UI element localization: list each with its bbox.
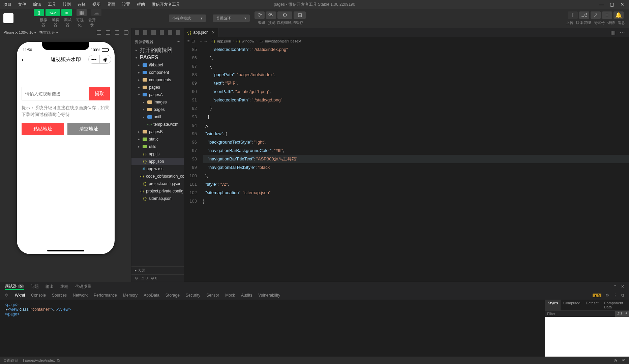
- details-button[interactable]: ≡: [602, 11, 612, 19]
- status-icon-2[interactable]: 👁: [622, 358, 626, 363]
- outline-section[interactable]: ▸ 大纲: [131, 266, 184, 274]
- menu-工具[interactable]: 工具: [44, 2, 59, 7]
- tree-template.wxml[interactable]: <>template.wxml: [131, 121, 184, 128]
- tree-pages[interactable]: ▸pages: [131, 84, 184, 91]
- sttab-Component Data[interactable]: Component Data: [601, 300, 626, 310]
- explorer-icon-2[interactable]: [143, 30, 148, 35]
- tree-app.js[interactable]: {}app.js: [131, 150, 184, 158]
- status-page-path[interactable]: pages/video/index: [25, 358, 55, 362]
- sim-act-4[interactable]: [124, 30, 128, 35]
- copy-icon[interactable]: ⧉: [57, 358, 60, 363]
- tree-project.config.json[interactable]: {}project.config.json: [131, 180, 184, 187]
- btab-调试器[interactable]: 调试器 5: [5, 283, 24, 290]
- url-input[interactable]: [22, 87, 89, 100]
- visual-button[interactable]: ▦: [77, 9, 87, 16]
- sim-act-1[interactable]: [97, 30, 101, 35]
- upload-button[interactable]: ⬆: [568, 11, 578, 19]
- device-select[interactable]: iPhone X 100% 16 ▾: [3, 30, 36, 34]
- panel-close-icon[interactable]: ✕: [621, 284, 624, 289]
- dev-Sensor[interactable]: Sensor: [206, 293, 219, 298]
- breadcrumb[interactable]: ≡☐← → { }app.json› { }window› ▭navigatio…: [184, 37, 629, 45]
- notify-button[interactable]: 🔔: [613, 11, 624, 19]
- compile-button[interactable]: ⟳: [254, 11, 265, 19]
- preview-button[interactable]: 👁: [266, 11, 276, 19]
- dev-Console[interactable]: Console: [31, 293, 46, 298]
- debugger-button[interactable]: ≡: [61, 9, 72, 16]
- editor-tab[interactable]: { }app.json×: [184, 28, 218, 37]
- dev-Memory[interactable]: Memory: [123, 293, 138, 298]
- explorer-more-icon[interactable]: ⋯: [177, 40, 180, 44]
- cloud-button[interactable]: ☁: [91, 9, 101, 16]
- maximize-icon[interactable]: ▢: [610, 2, 614, 7]
- test-id-button[interactable]: ↗: [591, 11, 601, 19]
- styles-more-icon[interactable]: »: [626, 300, 629, 310]
- dev-Audits[interactable]: Audits: [241, 293, 252, 298]
- menu-编辑[interactable]: 编辑: [30, 2, 44, 7]
- tree-pagesB[interactable]: ▸pagesB: [131, 128, 184, 135]
- menu-转到[interactable]: 转到: [59, 2, 74, 7]
- clear-button[interactable]: 清空地址: [67, 123, 110, 135]
- menu-视图[interactable]: 视图: [89, 2, 104, 7]
- dev-Performance[interactable]: Performance: [94, 293, 117, 298]
- real-debug-button[interactable]: ⚙: [277, 11, 292, 19]
- menu-设置[interactable]: 设置: [119, 2, 133, 7]
- btab-问题[interactable]: 问题: [31, 284, 39, 290]
- dev-Mock[interactable]: Mock: [225, 293, 235, 298]
- menu-项目[interactable]: 项目: [0, 2, 15, 7]
- explorer-icon-5[interactable]: [168, 30, 172, 35]
- explorer-icon-1[interactable]: [135, 30, 139, 35]
- panel-up-icon[interactable]: ⌃: [613, 284, 617, 289]
- gear-icon[interactable]: ⚙: [605, 293, 609, 298]
- dev-AppData[interactable]: AppData: [144, 293, 159, 298]
- tree-app.json[interactable]: {}app.json: [131, 158, 184, 165]
- tree-pagesA[interactable]: ▾pagesA: [131, 91, 184, 98]
- dom-tree[interactable]: <page> ▸<view class="container">…</view>…: [0, 300, 545, 364]
- warn-badge[interactable]: ▲ 5: [593, 294, 601, 297]
- hot-reload-toggle[interactable]: 热重载 开 ▾: [39, 30, 58, 35]
- sim-act-2[interactable]: [106, 30, 110, 35]
- dev-Security[interactable]: Security: [186, 293, 200, 298]
- btab-代码质量[interactable]: 代码质量: [75, 284, 91, 290]
- version-button[interactable]: ⎇: [579, 11, 589, 19]
- minimize-icon[interactable]: —: [599, 2, 604, 7]
- menu-选择[interactable]: 选择: [74, 2, 89, 7]
- editor-button[interactable]: </>: [46, 9, 60, 16]
- close-icon[interactable]: ✕: [620, 2, 624, 7]
- mode-select[interactable]: 小程序模式▾: [169, 14, 206, 22]
- project-root[interactable]: ▾PAGES: [131, 54, 184, 61]
- btab-终端[interactable]: 终端: [60, 284, 68, 290]
- explorer-icon-3[interactable]: [151, 30, 156, 35]
- menu-帮助[interactable]: 帮助: [133, 2, 148, 7]
- compile-select[interactable]: 普通编译▾: [213, 14, 250, 22]
- split-icon[interactable]: ▥: [610, 29, 616, 36]
- btab-输出[interactable]: 输出: [46, 284, 54, 290]
- menu-dots-icon[interactable]: •••: [89, 55, 100, 63]
- simulator-button[interactable]: ▯: [34, 9, 44, 16]
- explorer-icon-6[interactable]: [176, 30, 181, 35]
- tree-pages[interactable]: ▸pages: [131, 106, 184, 113]
- paste-button[interactable]: 粘贴地址: [22, 123, 64, 135]
- dev-Wxml[interactable]: Wxml: [15, 293, 25, 298]
- clear-cache-button[interactable]: ⊟: [294, 11, 306, 19]
- close-circle-icon[interactable]: ◉: [100, 55, 111, 63]
- extract-button[interactable]: 提取: [89, 87, 110, 100]
- sttab-Computed[interactable]: Computed: [561, 300, 583, 310]
- back-icon[interactable]: ‹: [22, 56, 24, 63]
- tree-project.private.config.js...[interactable]: {}project.private.config.js...: [131, 187, 184, 195]
- inspect-icon[interactable]: ⯐: [5, 293, 9, 298]
- cls-toggle[interactable]: .cls: [615, 311, 624, 317]
- menu-界面[interactable]: 界面: [104, 2, 119, 7]
- sim-act-3[interactable]: [115, 30, 119, 35]
- dock-icon[interactable]: ⧉: [621, 293, 624, 298]
- tree-@babel[interactable]: ▸@babel: [131, 61, 184, 69]
- sttab-Dataset[interactable]: Dataset: [583, 300, 601, 310]
- kebab-icon[interactable]: ⋮: [613, 293, 617, 298]
- menu-文件[interactable]: 文件: [15, 2, 30, 7]
- filter-input[interactable]: [545, 311, 615, 317]
- tree-sitemap.json[interactable]: {}sitemap.json: [131, 195, 184, 202]
- tab-close-icon[interactable]: ×: [212, 30, 215, 35]
- dev-Sources[interactable]: Sources: [52, 293, 67, 298]
- tree-app.wxss[interactable]: #app.wxss: [131, 165, 184, 173]
- tree-components[interactable]: ▸components: [131, 76, 184, 84]
- sttab-Styles[interactable]: Styles: [545, 300, 561, 310]
